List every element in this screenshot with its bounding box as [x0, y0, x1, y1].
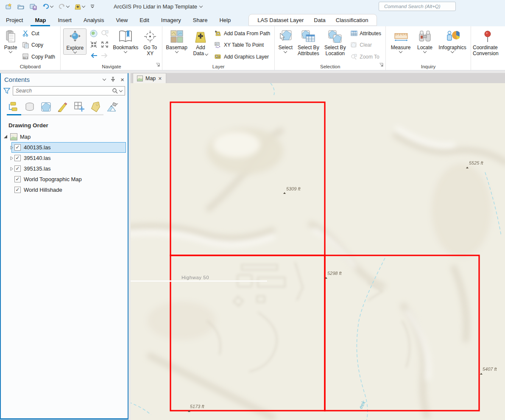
measure-button[interactable]: Measure [388, 28, 414, 54]
tab-list-by-drawing-order[interactable] [7, 101, 20, 114]
copy-path-button[interactable]: w. Copy Path [20, 52, 57, 61]
chevron-down-icon[interactable] [119, 89, 123, 92]
tab-help[interactable]: Help [215, 14, 235, 26]
layer-row-400135[interactable]: ✓ 400135.las [1, 142, 128, 153]
layer-row-395140[interactable]: ✓ 395140.las [1, 153, 128, 163]
labeling-icon [90, 102, 101, 112]
add-graphics-layer-button[interactable]: Add Graphics Layer [213, 52, 272, 61]
new-project-button[interactable] [3, 2, 14, 11]
tab-edit[interactable]: Edit [135, 14, 153, 26]
layer-checkbox[interactable]: ✓ [14, 187, 21, 193]
tab-list-by-editing[interactable] [56, 101, 69, 114]
layer-row-395135[interactable]: ✓ 395135.las [1, 163, 128, 174]
tab-map[interactable]: Map [31, 14, 50, 26]
next-extent-button[interactable] [100, 52, 109, 61]
infographics-button[interactable]: Infographics [436, 28, 469, 54]
paste-button[interactable]: Paste [2, 28, 20, 54]
copy-button[interactable]: Copy [20, 41, 57, 50]
map-view-tab[interactable]: Map × [133, 73, 166, 83]
navigate-dialog-launcher[interactable] [156, 61, 160, 69]
contents-search-box[interactable] [13, 86, 125, 95]
tab-data[interactable]: Data [310, 15, 329, 25]
fixed-zoom-out-icon [101, 41, 109, 48]
customize-qat-button[interactable] [88, 3, 97, 10]
attributes-label: Attributes [360, 31, 381, 36]
locate-button[interactable]: Locate [414, 28, 436, 54]
contents-pane-tabs [1, 97, 128, 114]
fixed-zoom-in-button[interactable] [90, 41, 98, 50]
select-button[interactable]: Select [276, 28, 294, 54]
tab-insert[interactable]: Insert [53, 14, 76, 26]
layer-checkbox[interactable]: ✓ [14, 165, 21, 172]
layer-row-world-topographic[interactable]: ✓ World Topographic Map [1, 174, 128, 185]
layer-checkbox[interactable]: ✓ [14, 155, 21, 161]
clear-selection-button: Clear [349, 41, 383, 50]
previous-extent-button[interactable] [89, 52, 98, 61]
tab-las-dataset-layer[interactable]: LAS Dataset Layer [253, 15, 308, 25]
collapse-triangle-icon[interactable] [3, 134, 8, 139]
tab-view[interactable]: View [112, 14, 132, 26]
map-group-row[interactable]: Map [1, 131, 128, 142]
tab-analysis[interactable]: Analysis [79, 14, 108, 26]
attributes-button[interactable]: Attributes [349, 29, 383, 38]
contents-pane-header: Contents × [1, 73, 128, 85]
command-search[interactable] [379, 2, 456, 11]
command-search-input[interactable] [384, 4, 450, 9]
tab-list-by-labeling[interactable] [89, 101, 102, 114]
cut-label: Cut [31, 31, 39, 36]
tab-share[interactable]: Share [189, 14, 212, 26]
tab-imagery[interactable]: Imagery [157, 14, 185, 26]
bookmarks-button[interactable]: Bookmarks [111, 28, 140, 54]
coordinate-conversion-icon [481, 29, 495, 44]
save-project-button[interactable] [28, 2, 39, 11]
add-data-from-path-button[interactable]: Add Data From Path [213, 29, 272, 38]
navigate-group-label: Navigate [61, 64, 162, 69]
tab-project[interactable]: Project [2, 14, 27, 26]
expand-triangle-icon[interactable] [10, 156, 14, 160]
expand-triangle-icon[interactable] [10, 167, 14, 171]
tab-list-by-snapping[interactable] [73, 101, 86, 114]
select-by-attributes-button[interactable]: Select By Attributes [294, 28, 322, 58]
coordinate-conversion-label: Coordinate Conversion [473, 45, 503, 57]
select-by-location-button[interactable]: Select By Location [322, 28, 348, 58]
layer-row-world-hillshade[interactable]: ✓ World Hillshade [1, 185, 128, 195]
pin-icon[interactable] [111, 77, 115, 82]
contents-pane-title: Contents [4, 76, 103, 83]
chevron-down-icon [50, 4, 53, 8]
arcgis-pro-window: ArcGIS Pro Lidar in Map Template Project… [0, 0, 505, 420]
tab-classification[interactable]: Classification [332, 15, 373, 25]
basemap-button[interactable]: Basemap [164, 28, 189, 54]
filter-icon[interactable] [3, 87, 10, 94]
close-tab-icon[interactable]: × [158, 76, 162, 81]
map-canvas[interactable]: Highway 50 5309 ft 5525 ft 5298 ft 5173 … [131, 83, 505, 420]
zoom-to-selection-button[interactable] [100, 29, 109, 39]
redo-button[interactable] [56, 2, 71, 11]
layer-checkbox[interactable]: ✓ [14, 176, 21, 182]
chevron-down-icon [82, 4, 85, 8]
close-pane-icon[interactable]: × [120, 76, 124, 83]
view-tab-bar: Map × [131, 73, 505, 83]
add-data-button[interactable]: Add Data [189, 28, 212, 58]
open-project-button[interactable] [16, 2, 26, 11]
cut-button[interactable]: Cut [20, 29, 57, 38]
fixed-zoom-out-button[interactable] [101, 41, 109, 50]
expand-triangle-icon[interactable] [10, 146, 14, 150]
contents-search-input[interactable] [16, 88, 110, 94]
tab-list-by-selection[interactable] [40, 101, 53, 114]
window-title: ArcGIS Pro Lidar in Map Template [114, 3, 202, 10]
coordinate-conversion-button[interactable]: Coordinate Conversion [473, 28, 503, 58]
full-extent-button[interactable] [89, 29, 98, 39]
zoom-to-icon [350, 53, 357, 60]
undo-button[interactable] [40, 2, 55, 11]
xy-table-to-point-button[interactable]: XY XY Table To Point [213, 41, 272, 50]
pane-menu-chevron-icon[interactable] [103, 77, 106, 81]
add-package-button[interactable] [73, 2, 86, 11]
explore-button[interactable]: Explore [63, 28, 86, 55]
selection-dialog-launcher[interactable] [379, 61, 383, 69]
layer-checkbox[interactable]: ✓ [14, 144, 21, 151]
attributes-icon [350, 30, 357, 37]
tab-list-by-data-source[interactable] [23, 101, 36, 114]
tab-list-by-perspective-imagery[interactable] [106, 101, 119, 114]
add-graphics-layer-icon [215, 53, 222, 60]
go-to-xy-button[interactable]: Go To XY [140, 28, 160, 58]
